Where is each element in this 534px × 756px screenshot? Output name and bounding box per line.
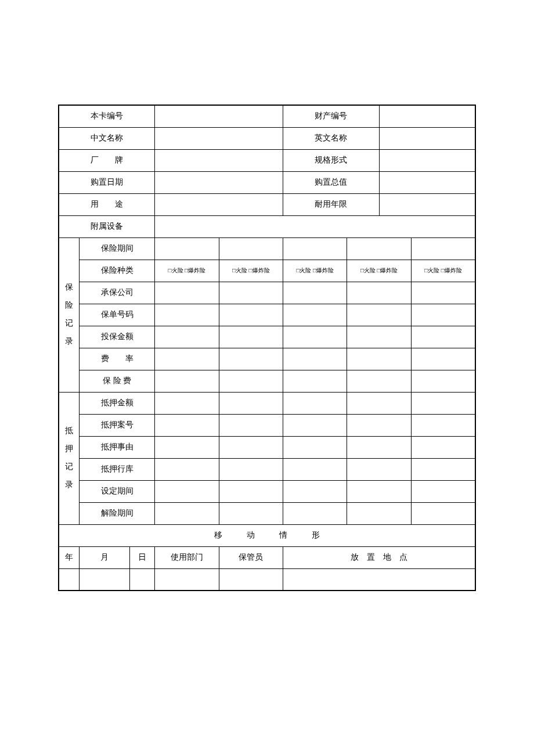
label-mort-case: 抵押案号 xyxy=(79,414,154,436)
value-buy-date xyxy=(155,171,283,193)
label-year: 年 xyxy=(59,546,79,568)
mort-release-3 xyxy=(283,502,347,524)
label-ins-company: 承保公司 xyxy=(79,282,154,304)
ins-policy-1 xyxy=(155,304,219,326)
mort-reason-4 xyxy=(347,436,411,458)
ins-fee-2 xyxy=(219,370,283,392)
label-brand: 厂 牌 xyxy=(59,149,155,171)
mort-case-2 xyxy=(219,414,283,436)
label-move-title: 移 动 情 形 xyxy=(59,524,475,546)
ins-rate-3 xyxy=(283,348,347,370)
mort-release-2 xyxy=(219,502,283,524)
value-name-en xyxy=(379,127,475,149)
label-spec: 规格形式 xyxy=(283,149,380,171)
ins-type-2[interactable]: □火险 □爆炸险 xyxy=(219,260,283,282)
ins-fee-3 xyxy=(283,370,347,392)
ins-type-5[interactable]: □火险 □爆炸险 xyxy=(411,260,475,282)
mort-amount-1 xyxy=(155,392,219,414)
mort-reason-5 xyxy=(411,436,475,458)
label-location: 放 置 地 点 xyxy=(283,546,475,568)
label-ins-fee: 保 险 费 xyxy=(79,370,154,392)
ins-company-3 xyxy=(283,282,347,304)
ins-rate-5 xyxy=(411,348,475,370)
ins-type-1[interactable]: □火险 □爆炸险 xyxy=(155,260,219,282)
label-ins-amount: 投保金额 xyxy=(79,326,154,348)
ins-company-2 xyxy=(219,282,283,304)
mort-reason-3 xyxy=(283,436,347,458)
mort-case-3 xyxy=(283,414,347,436)
mort-bank-5 xyxy=(411,458,475,480)
ins-company-1 xyxy=(155,282,219,304)
label-dept: 使用部门 xyxy=(155,546,219,568)
ins-policy-4 xyxy=(347,304,411,326)
ins-company-4 xyxy=(347,282,411,304)
label-ins-rate: 费 率 xyxy=(79,348,154,370)
label-mort-amount: 抵押金额 xyxy=(79,392,154,414)
ins-policy-2 xyxy=(219,304,283,326)
value-spec xyxy=(379,149,475,171)
ins-period-5 xyxy=(411,237,475,260)
mort-bank-3 xyxy=(283,458,347,480)
label-mort-group: 抵押记录 xyxy=(59,392,79,524)
label-mort-reason: 抵押事由 xyxy=(79,436,154,458)
label-name-cn: 中文名称 xyxy=(59,127,155,149)
ins-rate-1 xyxy=(155,348,219,370)
asset-card-table: 本卡编号 财产编号 中文名称 英文名称 厂 牌 规格形式 购置日期 购置总值 用… xyxy=(58,105,476,591)
ins-fee-1 xyxy=(155,370,219,392)
label-month: 月 xyxy=(79,546,129,568)
mort-bank-1 xyxy=(155,458,219,480)
ins-company-5 xyxy=(411,282,475,304)
label-card-no: 本卡编号 xyxy=(59,105,155,127)
label-mort-set: 设定期间 xyxy=(79,480,154,502)
move-dept-1 xyxy=(155,568,219,591)
label-accessory: 附属设备 xyxy=(59,215,155,237)
ins-type-4[interactable]: □火险 □爆炸险 xyxy=(347,260,411,282)
mort-amount-4 xyxy=(347,392,411,414)
mort-amount-3 xyxy=(283,392,347,414)
move-day-1 xyxy=(129,568,154,591)
label-buy-total: 购置总值 xyxy=(283,171,380,193)
value-usage xyxy=(155,193,283,215)
ins-policy-3 xyxy=(283,304,347,326)
move-location-1 xyxy=(283,568,475,591)
mort-reason-2 xyxy=(219,436,283,458)
move-month-1 xyxy=(79,568,129,591)
mort-release-4 xyxy=(347,502,411,524)
label-keeper: 保管员 xyxy=(219,546,283,568)
label-ins-period: 保险期间 xyxy=(79,237,154,260)
label-mort-release: 解险期间 xyxy=(79,502,154,524)
value-accessory xyxy=(155,215,475,237)
label-mort-bank: 抵押行库 xyxy=(79,458,154,480)
mort-release-1 xyxy=(155,502,219,524)
ins-rate-4 xyxy=(347,348,411,370)
ins-period-1 xyxy=(155,237,219,260)
ins-amount-1 xyxy=(155,326,219,348)
ins-period-3 xyxy=(283,237,347,260)
label-day: 日 xyxy=(129,546,154,568)
mort-case-1 xyxy=(155,414,219,436)
mort-set-2 xyxy=(219,480,283,502)
ins-period-2 xyxy=(219,237,283,260)
value-brand xyxy=(155,149,283,171)
ins-amount-4 xyxy=(347,326,411,348)
value-durable xyxy=(379,193,475,215)
label-asset-no: 财产编号 xyxy=(283,105,380,127)
mort-bank-4 xyxy=(347,458,411,480)
ins-policy-5 xyxy=(411,304,475,326)
ins-rate-2 xyxy=(219,348,283,370)
ins-fee-5 xyxy=(411,370,475,392)
ins-period-4 xyxy=(347,237,411,260)
mort-case-5 xyxy=(411,414,475,436)
mort-set-3 xyxy=(283,480,347,502)
mort-set-1 xyxy=(155,480,219,502)
ins-amount-2 xyxy=(219,326,283,348)
mort-case-4 xyxy=(347,414,411,436)
ins-amount-3 xyxy=(283,326,347,348)
ins-fee-4 xyxy=(347,370,411,392)
label-name-en: 英文名称 xyxy=(283,127,380,149)
ins-type-3[interactable]: □火险 □爆炸险 xyxy=(283,260,347,282)
mort-release-5 xyxy=(411,502,475,524)
mort-amount-5 xyxy=(411,392,475,414)
ins-amount-5 xyxy=(411,326,475,348)
label-buy-date: 购置日期 xyxy=(59,171,155,193)
